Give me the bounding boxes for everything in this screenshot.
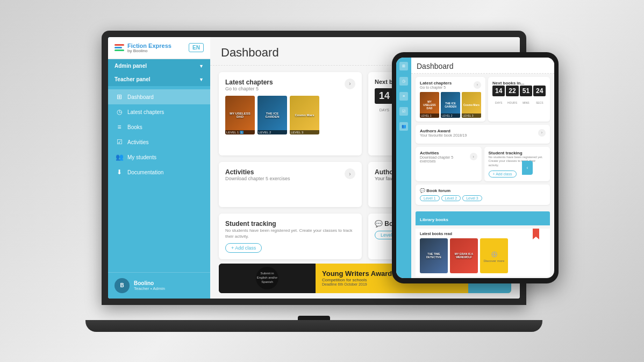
tablet-activities-title: Activities	[420, 151, 470, 155]
tablet-latest-chapters-arrow[interactable]: ›	[474, 81, 481, 89]
book3-title: Cosmo Mars	[294, 112, 315, 118]
tablet-main: Dashboard Latest chapters Go to chapter …	[411, 58, 554, 278]
dashboard-icon: ⊞	[116, 93, 123, 101]
nav-item-documentation[interactable]: ⬇ Documentation	[108, 165, 210, 180]
tablet-cd-days: 14 DAYS	[492, 86, 505, 106]
books-icon: ≡	[116, 123, 123, 131]
tablet-sidebar-icon-activities[interactable]: ☑	[399, 107, 408, 116]
lang-button[interactable]: EN	[189, 43, 204, 52]
nav-item-activities[interactable]: ☑ Activities	[108, 134, 210, 150]
latest-chapters-title: Latest chapters	[225, 79, 273, 86]
tablet-library-title: Library books	[420, 217, 448, 222]
laptop-notch	[298, 316, 330, 320]
tablet-cd-hours-label: HOURS	[507, 101, 517, 104]
tablet-lib-book2: MY GRAN IS A WEREWOLF	[450, 238, 478, 273]
activities-subtitle: Download chapter 5 exercises	[225, 176, 290, 181]
nav-item-dashboard[interactable]: ⊞ Dashboard	[108, 89, 210, 104]
student-tracking-text: No students have been registered yet. Cr…	[225, 228, 355, 239]
latest-chapters-subtitle: Go to chapter 5	[225, 86, 273, 91]
tablet-activities-subtitle: Download chapter 5 exercises	[420, 155, 470, 163]
my-students-icon: 👥	[116, 153, 123, 161]
latest-chapters-arrow[interactable]: ›	[345, 79, 355, 89]
logo-area: Fiction Express by Boolino	[115, 42, 171, 54]
banner-dark-section: Submit in English and/or Spanish	[219, 264, 316, 293]
tablet-activities-arrow[interactable]: ›	[470, 153, 477, 160]
latest-chapters-header: Latest chapters Go to chapter 5 ›	[225, 79, 355, 91]
activities-card: Activities Download chapter 5 exercises …	[219, 162, 362, 207]
admin-panel-section[interactable]: Admin panel ▼	[108, 59, 210, 73]
activities-header: Activities Download chapter 5 exercises …	[225, 168, 355, 181]
tablet-cd-mins: 51 MINS	[520, 86, 532, 106]
tablet-authors-header: Authors Award Your favourite book 2018/1…	[420, 129, 546, 137]
book-covers: MY USELESS DAD LEVEL 1 L THE I	[225, 96, 355, 134]
tablet-lib-book1: THE TIME DETECTIVE	[420, 238, 448, 273]
add-class-label: + Add class	[231, 245, 256, 251]
tablet-forum-level3[interactable]: Level 3	[462, 195, 482, 201]
tablet-latest-chapters-subtitle: Go to chapter 5	[420, 86, 452, 89]
tablet-sidebar-icon-students[interactable]: 👥	[399, 122, 408, 131]
tablet-library-books: THE TIME DETECTIVE MY GRAN IS A WEREWOLF…	[420, 238, 546, 273]
book2-title: THE ICE GARDEN	[260, 111, 285, 119]
nav-dashboard-label: Dashboard	[127, 94, 154, 100]
book-forum-icon: 💬	[375, 220, 384, 228]
nav-item-my-students[interactable]: 👥 My students	[108, 150, 210, 165]
tablet-library-subtitle: Latest books read	[420, 232, 546, 236]
user-role: Teacher • Admin	[134, 286, 165, 291]
laptop-sidebar: Fiction Express by Boolino EN Admin pane…	[108, 37, 210, 299]
book2-level: LEVEL 2	[257, 130, 287, 134]
documentation-icon: ⬇	[116, 168, 123, 176]
tablet-cd-secs-val: 24	[533, 86, 546, 96]
tablet-cd-secs: 24 SECS	[533, 86, 546, 106]
tablet-cd-days-val: 14	[492, 86, 505, 96]
tablet-sidebar-icon-dashboard[interactable]: ⊞	[399, 62, 408, 70]
tablet-authors-arrow[interactable]: ›	[538, 129, 546, 137]
tablet-add-class-button[interactable]: + Add class	[489, 171, 517, 178]
tablet-sidebar-icon-chapters[interactable]: ◷	[399, 77, 408, 86]
book-cover-icegarden: THE ICE GARDEN LEVEL 2	[257, 96, 287, 134]
nav-item-books[interactable]: ≡ Books	[108, 119, 210, 134]
tablet-authors-subtitle: Your favourite book 2018/19	[420, 133, 467, 137]
nav-item-latest-chapters[interactable]: ◷ Latest chapters	[108, 104, 210, 119]
tablet-book3: Cosmo Mars LEVEL 3	[462, 92, 481, 118]
latest-chapters-icon: ◷	[116, 108, 123, 116]
logo-text: Fiction Express by Boolino	[127, 42, 171, 54]
user-avatar: B	[115, 278, 130, 293]
activities-icon: ☑	[116, 138, 123, 146]
tablet-page-title: Dashboard	[411, 58, 554, 74]
tablet-add-class-label: + Add class	[493, 172, 512, 176]
tablet-book2-level: LEVEL 2	[441, 113, 460, 118]
tablet-library-content: Latest books read THE TIME DETECTIVE MY …	[416, 229, 550, 276]
banner-circle: Submit in English and/or Spanish	[256, 267, 278, 289]
laptop-base	[85, 320, 542, 332]
tablet-latest-chapters-header: Latest chapters Go to chapter 5 ›	[420, 81, 481, 89]
activities-arrow[interactable]: ›	[345, 168, 355, 179]
tablet-authors-award-card: Authors Award Your favourite book 2018/1…	[416, 125, 550, 144]
tablet-book3-level: LEVEL 3	[462, 113, 481, 118]
book-cover-cosmo: Cosmo Mars LEVEL 3	[290, 96, 319, 134]
admin-panel-label: Admin panel	[115, 63, 147, 69]
logo-icon	[115, 44, 124, 51]
tablet-authors-title: Authors Award	[420, 129, 467, 133]
tablet-forum-level1[interactable]: Level 1	[420, 195, 440, 201]
tablet-book-covers: MY USELESS DAD LEVEL 1 THE ICE GARDEN LE…	[420, 92, 481, 118]
student-tracking-card: Student tracking No students have been r…	[219, 214, 362, 259]
tablet-activities-card: Activities Download chapter 5 exercises …	[416, 147, 482, 181]
tablet-forum-levels: Level 1 Level 2 Level 3	[420, 195, 546, 201]
tablet-sidebar-icon-books[interactable]: ≡	[399, 92, 408, 101]
teacher-panel-label: Teacher panel	[115, 76, 151, 82]
tablet-discover-more[interactable]: ⊕ Discover more	[480, 238, 508, 273]
countdown-days: 14 DAYS	[375, 88, 394, 113]
tablet-next-books-card: Next books in... 14 DAYS 22 HOURS	[488, 77, 550, 122]
tablet-cd-mins-label: MINS	[523, 101, 529, 104]
user-name: Boolino	[134, 280, 165, 286]
tablet-forum-level2[interactable]: Level 2	[441, 195, 461, 201]
discover-more-label: Discover more	[484, 259, 505, 262]
tablet-student-tracking-card: Student tracking No students have been r…	[484, 147, 550, 181]
countdown-days-value: 14	[375, 88, 394, 104]
student-tracking-title: Student tracking	[225, 220, 355, 228]
discover-plus-icon: ⊕	[491, 249, 498, 259]
nav-activities-label: Activities	[127, 139, 148, 145]
tablet-book1: MY USELESS DAD LEVEL 1	[420, 92, 439, 118]
teacher-panel-section[interactable]: Teacher panel ▼	[108, 73, 210, 86]
add-class-button[interactable]: + Add class	[225, 243, 262, 253]
